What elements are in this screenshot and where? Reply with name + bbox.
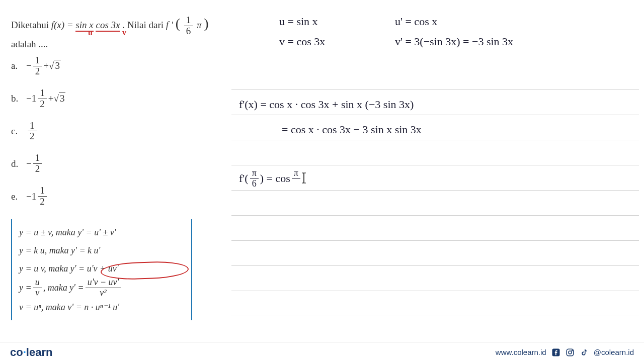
product-rule-formula: y' = u'v + uv' xyxy=(70,263,119,274)
svg-point-6 xyxy=(572,350,573,351)
option-e-label: e. xyxy=(11,191,26,202)
facebook-icon xyxy=(551,348,560,357)
ruled-line xyxy=(231,165,639,165)
ruled-line xyxy=(231,215,639,216)
rule-quotient: y = u v , maka y' = u'v − uv' v² xyxy=(19,278,184,298)
problem-middle: . Nilai dari xyxy=(122,20,166,30)
colearn-logo: co·learn xyxy=(10,346,52,359)
option-d-frac: 1 2 xyxy=(33,153,42,174)
hw-fprime-eval: f'( π 6 ) = cos π _ xyxy=(239,168,306,189)
u-annotation: u xyxy=(88,28,93,37)
hw-v-def: v = cos 3x xyxy=(279,35,325,48)
option-a-label: a. xyxy=(11,60,26,71)
arg-pi: π xyxy=(197,20,202,30)
problem-statement: Diketahui f(x) = sin x cos 3x . Nilai da… xyxy=(11,13,209,52)
rule-product: y = u v, maka y' = u'v + uv' xyxy=(19,259,184,278)
option-a-neg: − xyxy=(26,60,32,71)
footer-handle: @colearn.id xyxy=(594,348,634,356)
rule-constant: y = k u, maka y' = k u' xyxy=(19,241,184,259)
footer-url: www.colearn.id xyxy=(496,348,546,356)
hw-fprime-line2: = cos x · cos 3x − 3 sin x sin 3x xyxy=(282,123,422,136)
problem-prefix: Diketahui xyxy=(11,20,51,30)
problem-suffix: adalah .... xyxy=(11,39,48,49)
arg-den: 6 xyxy=(184,26,193,37)
options-list: a. − 1 2 + 3 b. −1 1 2 + 3 c. xyxy=(11,55,65,218)
tiktok-icon xyxy=(580,348,589,357)
hw-fprime-line1: f'(x) = cos x · cos 3x + sin x (−3 sin 3… xyxy=(239,98,414,111)
ruled-line xyxy=(231,265,639,266)
option-b-sqrt: 3 xyxy=(53,93,65,104)
fx-label: f(x) = xyxy=(51,20,76,30)
option-b-mixed: −1 1 2 xyxy=(26,88,48,110)
option-d-neg: − xyxy=(26,158,32,169)
ruled-line xyxy=(231,291,639,291)
main-content: Diketahui f(x) = sin x cos 3x . Nilai da… xyxy=(0,0,644,342)
arg-fraction: 1 6 xyxy=(184,15,193,37)
hw-u-def: u = sin x xyxy=(279,15,318,28)
option-b-label: b. xyxy=(11,93,26,104)
option-c-frac: 1 2 xyxy=(28,121,37,142)
option-c: c. 1 2 xyxy=(11,121,65,142)
option-b-plus: + xyxy=(48,93,54,104)
hw-v-prime: v' = 3(−sin 3x) = −3 sin 3x xyxy=(395,35,513,48)
derivative-rules-box: y = u ± v, maka y' = u' ± v' y = k u, ma… xyxy=(11,219,192,320)
rule-power: v = uⁿ, maka v' = n · uⁿ⁻¹ u' xyxy=(19,298,184,316)
ruled-line xyxy=(231,89,639,90)
option-b: b. −1 1 2 + 3 xyxy=(11,88,65,110)
ruled-line xyxy=(231,240,639,241)
cos3x-term: cos 3x xyxy=(96,20,120,32)
option-d: d. − 1 2 xyxy=(11,153,65,174)
ruled-line xyxy=(231,140,639,140)
v-annotation: v xyxy=(122,28,126,37)
lparen: ( xyxy=(176,16,180,31)
fprime-label: f ' xyxy=(166,20,173,30)
option-a-sqrt: 3 xyxy=(49,60,61,71)
hw-u-prime: u' = cos x xyxy=(395,15,437,28)
ruled-line xyxy=(231,115,639,115)
option-a-plus: + xyxy=(43,60,49,71)
option-e: e. −1 1 2 xyxy=(11,186,65,207)
arg-num: 1 xyxy=(184,15,193,26)
instagram-icon xyxy=(566,348,575,357)
option-d-label: d. xyxy=(11,158,26,169)
rule-sum: y = u ± v, maka y' = u' ± v' xyxy=(19,223,184,241)
option-a: a. − 1 2 + 3 xyxy=(11,55,65,77)
rparen: ) xyxy=(204,16,208,31)
ruled-line xyxy=(231,316,639,316)
svg-point-5 xyxy=(569,351,572,354)
footer-right: www.colearn.id @colearn.id xyxy=(496,348,634,357)
option-c-label: c. xyxy=(11,126,26,137)
option-e-mixed: −1 1 2 xyxy=(26,186,48,207)
footer: co·learn www.colearn.id @colearn.id xyxy=(0,342,644,362)
ruled-line xyxy=(231,190,639,191)
text-cursor xyxy=(302,172,306,187)
option-a-frac: 1 2 xyxy=(33,55,42,77)
